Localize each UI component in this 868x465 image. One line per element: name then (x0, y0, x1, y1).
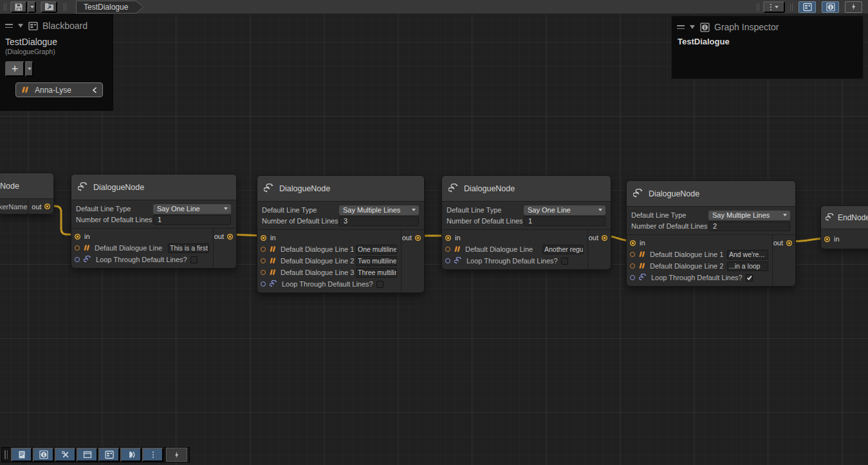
exec-in-port[interactable] (261, 235, 266, 241)
dialogue-line-field[interactable]: This is a first (168, 243, 209, 253)
node-dialoguenode[interactable]: DialogueNodeDefault Line TypeSay Multipl… (257, 175, 425, 293)
blackboard-toggle-button[interactable] (799, 1, 816, 13)
line-type-dropdown[interactable]: Say Multiple Lines (339, 205, 419, 215)
collapse-arrow-icon[interactable] (690, 25, 695, 29)
quote-icon (84, 245, 91, 251)
port-label: Default Dialogue Line 3 (281, 269, 354, 276)
exec-out-port[interactable] (415, 235, 421, 241)
chevron-left-icon[interactable] (92, 87, 97, 93)
drag-handle-icon[interactable] (677, 25, 685, 29)
dialogue-line-field[interactable]: Three multilin (356, 268, 397, 278)
field-value: This is a first (170, 244, 208, 252)
bool-port[interactable] (445, 258, 450, 263)
node-node[interactable]: NodekerName out (0, 173, 54, 214)
toolbar-grip[interactable] (4, 3, 6, 11)
blackboard-title: Blackboard (42, 21, 88, 31)
dialogue-line-field[interactable]: Another regu (542, 245, 584, 254)
bool-port[interactable] (261, 281, 266, 287)
number-input[interactable]: 1 (524, 216, 605, 226)
exec-out-port[interactable] (602, 235, 607, 241)
number-input[interactable]: 3 (339, 216, 419, 226)
exec-out-port[interactable] (44, 204, 50, 209)
bool-port[interactable] (630, 275, 635, 280)
line-type-dropdown[interactable]: Say One Line (524, 205, 605, 215)
spark-toggle-button[interactable] (845, 1, 862, 13)
dialogue-line-field[interactable]: One multiline (356, 245, 397, 254)
input-value: 1 (158, 216, 162, 223)
node-header[interactable]: DialogueNode (257, 176, 424, 202)
string-port[interactable] (445, 247, 450, 252)
number-input[interactable]: 1 (153, 215, 231, 225)
node-endnode[interactable]: EndNodein (820, 205, 868, 249)
line-type-dropdown[interactable]: Say Multiple Lines (708, 211, 790, 220)
blackboard-toggle-button[interactable] (98, 448, 120, 462)
number-input[interactable]: 2 (708, 222, 790, 231)
overflow-menu-button[interactable] (142, 448, 163, 462)
add-variable-options-button[interactable] (25, 61, 33, 77)
quote-icon (270, 269, 277, 276)
string-port[interactable] (261, 270, 266, 275)
tools-toggle-button[interactable] (55, 448, 76, 462)
save-options-button[interactable] (28, 1, 36, 13)
variable-name: Anna-Lyse (35, 86, 71, 95)
graph-tab[interactable]: TestDialogue (76, 1, 143, 14)
string-port[interactable] (630, 263, 635, 269)
caret-down-icon (598, 209, 602, 211)
preview-toggle-button[interactable] (120, 448, 142, 462)
document-icon (17, 450, 26, 459)
save-button[interactable] (10, 1, 27, 13)
port-row: in (71, 231, 213, 242)
loop-checkbox[interactable] (746, 274, 753, 281)
dialogue-line-field[interactable]: Two multiline (356, 256, 397, 266)
inspector-toggle-button[interactable] (33, 448, 54, 462)
drag-handle-icon[interactable] (5, 24, 13, 28)
caret-down-icon (783, 214, 787, 216)
exec-in-port[interactable] (75, 234, 80, 240)
add-variable-button[interactable]: + (5, 61, 24, 77)
node-header[interactable]: DialogueNode (442, 176, 611, 202)
inspector-toggle-button[interactable] (822, 1, 839, 13)
node-header[interactable]: DialogueNode (627, 181, 795, 207)
loop-checkbox[interactable] (561, 258, 568, 265)
exec-out-port[interactable] (786, 240, 792, 246)
loop-checkbox[interactable] (376, 281, 383, 288)
collapse-arrow-icon[interactable] (18, 24, 23, 28)
exec-in-port[interactable] (630, 240, 636, 246)
string-port[interactable] (75, 245, 80, 251)
port-row: in (821, 233, 868, 245)
console-toggle-button[interactable] (11, 448, 32, 462)
dropdown-value: Say One Line (528, 206, 571, 214)
toolbar-grip[interactable] (5, 450, 8, 459)
blackboard-panel: Blackboard TestDialogue (DialogueGraph) … (0, 14, 113, 111)
node-header[interactable]: EndNode (821, 206, 868, 229)
bool-port[interactable] (75, 257, 80, 262)
port-label: Loop Through Default Lines? (466, 257, 558, 265)
loop-checkbox[interactable] (190, 256, 198, 263)
dialogue-swirl-icon (454, 257, 463, 264)
port-label: Default Dialogue Line (95, 244, 162, 252)
window-toggle-button[interactable] (77, 448, 98, 462)
dialogue-line-field[interactable]: And we're... (727, 250, 768, 260)
dialogue-line-field[interactable]: ...in a loop (727, 261, 768, 271)
bottom-toolbar (1, 447, 190, 462)
overflow-menu-button[interactable] (763, 1, 785, 13)
blackboard-icon (803, 3, 812, 12)
node-dialoguenode[interactable]: DialogueNodeDefault Line TypeSay One Lin… (71, 174, 237, 269)
exec-out-port[interactable] (227, 234, 233, 240)
node-dialoguenode[interactable]: DialogueNodeDefault Line TypeSay Multipl… (626, 180, 796, 287)
string-port[interactable] (261, 247, 266, 252)
exec-in-port[interactable] (824, 236, 830, 242)
field-value: ...in a loop (729, 262, 760, 270)
blackboard-variable[interactable]: Anna-Lyse (15, 82, 103, 97)
spark-toggle-button[interactable] (166, 448, 187, 462)
toolbar-separator (757, 3, 759, 11)
string-port[interactable] (261, 258, 266, 263)
exec-in-port[interactable] (445, 235, 451, 241)
node-dialoguenode[interactable]: DialogueNodeDefault Line TypeSay One Lin… (441, 175, 611, 270)
node-header[interactable]: Node (0, 173, 53, 199)
line-type-dropdown[interactable]: Say One Line (153, 204, 231, 214)
property-label: Default Line Type (262, 206, 339, 214)
open-asset-button[interactable] (41, 1, 57, 13)
string-port[interactable] (630, 252, 635, 257)
node-header[interactable]: DialogueNode (71, 175, 236, 200)
